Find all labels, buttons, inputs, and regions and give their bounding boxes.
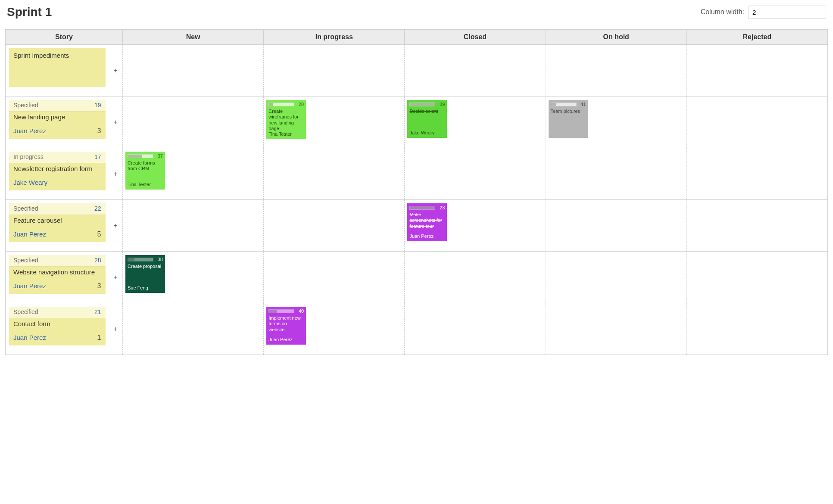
lane-closed[interactable] <box>405 252 546 303</box>
lane-new[interactable] <box>123 96 264 148</box>
task-progress-bar <box>128 258 153 261</box>
story-status: Specified <box>13 205 38 213</box>
lane-in_progress[interactable] <box>264 252 405 303</box>
lane-new[interactable] <box>123 303 264 355</box>
lane-closed[interactable]: 39Decide colorsJake Weary <box>405 96 546 148</box>
task-title: Create forms from CRM <box>128 160 163 171</box>
task-title: Decide colors <box>409 109 445 114</box>
board-row: In progress17Newsletter registration for… <box>6 148 828 200</box>
story-title: Contact form <box>13 320 101 328</box>
lane-on_hold[interactable] <box>546 303 686 355</box>
task-id: 38 <box>155 257 163 262</box>
add-task-button[interactable]: + <box>109 148 123 200</box>
task-progress-bar <box>268 309 294 313</box>
column-header-on-hold: On hold <box>546 30 686 45</box>
task-title: Create proposal <box>128 264 163 269</box>
lane-rejected[interactable] <box>686 252 827 303</box>
lane-on_hold[interactable] <box>546 200 686 252</box>
story-id: 19 <box>94 102 101 109</box>
task-id: 20 <box>296 102 304 107</box>
lane-on_hold[interactable]: 41Team pictures <box>546 96 686 148</box>
story-status: Specified <box>13 102 38 109</box>
lane-rejected[interactable] <box>686 96 827 148</box>
story-card[interactable]: Specified28Website navigation structureJ… <box>9 255 106 294</box>
story-points: 5 <box>97 230 101 239</box>
lane-rejected[interactable] <box>686 45 827 96</box>
task-id: 39 <box>437 102 445 107</box>
add-task-button[interactable]: + <box>109 303 123 355</box>
story-status: Specified <box>13 308 38 316</box>
lane-on_hold[interactable] <box>546 252 686 303</box>
board-row: Sprint Impediments+ <box>6 45 828 96</box>
board-row: Specified22Feature carouselJuan Perez5+2… <box>6 200 828 252</box>
story-card[interactable]: Sprint Impediments <box>9 48 106 87</box>
lane-in_progress[interactable]: 20Create wireframes for new landing page… <box>264 96 405 148</box>
task-owner: Tina Tester <box>128 182 163 187</box>
task-progress-bar <box>551 103 577 106</box>
add-task-button[interactable]: + <box>109 252 123 303</box>
task-title: Implement new forms on website <box>268 315 304 333</box>
story-id: 22 <box>94 205 101 213</box>
lane-new[interactable]: 38Create proposalSue Feng <box>123 252 264 303</box>
add-task-button[interactable]: + <box>109 45 123 96</box>
column-width-input[interactable] <box>749 6 826 19</box>
story-title: Sprint Impediments <box>13 52 101 60</box>
task-title: Make screenshots for feature tour <box>409 212 445 229</box>
lane-on_hold[interactable] <box>546 148 686 200</box>
lane-in_progress[interactable] <box>264 148 405 200</box>
lane-closed[interactable] <box>405 303 546 355</box>
lane-new[interactable] <box>123 200 264 252</box>
story-card[interactable]: In progress17Newsletter registration for… <box>9 152 106 190</box>
story-title: Website navigation structure <box>13 268 101 277</box>
story-owner[interactable]: Juan Perez <box>13 230 46 239</box>
column-header-new: New <box>123 30 264 45</box>
story-points: 1 <box>97 333 101 342</box>
task-card[interactable]: 37Create forms from CRMTina Tester <box>125 152 165 190</box>
story-card[interactable]: Specified19New landing pageJuan Perez3 <box>9 100 106 139</box>
page-title: Sprint 1 <box>7 5 52 19</box>
board-row: Specified19New landing pageJuan Perez3+2… <box>6 96 828 148</box>
lane-in_progress[interactable] <box>264 45 405 96</box>
story-owner[interactable]: Jake Weary <box>13 179 47 187</box>
task-title: Team pictures <box>551 109 586 114</box>
lane-on_hold[interactable] <box>546 45 686 96</box>
story-owner[interactable]: Juan Perez <box>13 127 46 135</box>
task-card[interactable]: 23Make screenshots for feature tourJuan … <box>407 203 447 241</box>
lane-rejected[interactable] <box>686 200 827 252</box>
task-id: 40 <box>296 308 304 314</box>
lane-closed[interactable] <box>405 45 546 96</box>
lane-rejected[interactable] <box>686 303 827 355</box>
story-status: In progress <box>13 153 44 161</box>
kanban-board: Story New In progress Closed On hold Rej… <box>5 29 828 355</box>
task-progress-bar <box>409 206 435 210</box>
board-row: Specified21Contact formJuan Perez1+40Imp… <box>6 303 828 355</box>
story-card[interactable]: Specified22Feature carouselJuan Perez5 <box>9 203 106 242</box>
story-points: 3 <box>97 127 101 135</box>
lane-in_progress[interactable]: 40Implement new forms on websiteJuan Per… <box>264 303 405 355</box>
lane-in_progress[interactable] <box>264 200 405 252</box>
task-progress-bar <box>128 154 153 158</box>
task-card[interactable]: 40Implement new forms on websiteJuan Per… <box>266 307 306 345</box>
task-card[interactable]: 41Team pictures <box>549 100 588 138</box>
lane-rejected[interactable] <box>686 148 827 200</box>
story-id: 21 <box>94 308 101 316</box>
add-task-button[interactable]: + <box>109 96 123 148</box>
task-owner: Jake Weary <box>409 130 445 136</box>
task-owner: Juan Perez <box>409 233 445 239</box>
story-card[interactable]: Specified21Contact formJuan Perez1 <box>9 307 106 345</box>
task-card[interactable]: 38Create proposalSue Feng <box>125 255 165 293</box>
task-card[interactable]: 39Decide colorsJake Weary <box>407 100 447 138</box>
story-owner[interactable]: Juan Perez <box>13 282 46 290</box>
add-task-button[interactable]: + <box>109 200 123 252</box>
lane-closed[interactable]: 23Make screenshots for feature tourJuan … <box>405 200 546 252</box>
lane-new[interactable] <box>123 45 264 96</box>
lane-new[interactable]: 37Create forms from CRMTina Tester <box>123 148 264 200</box>
story-owner[interactable]: Juan Perez <box>13 334 46 342</box>
task-card[interactable]: 20Create wireframes for new landing page… <box>266 100 306 139</box>
lane-closed[interactable] <box>405 148 546 200</box>
story-title: New landing page <box>13 113 101 121</box>
column-header-story: Story <box>6 30 123 45</box>
board-row: Specified28Website navigation structureJ… <box>6 252 828 303</box>
task-progress-bar <box>268 103 294 106</box>
column-header-closed: Closed <box>405 30 546 45</box>
